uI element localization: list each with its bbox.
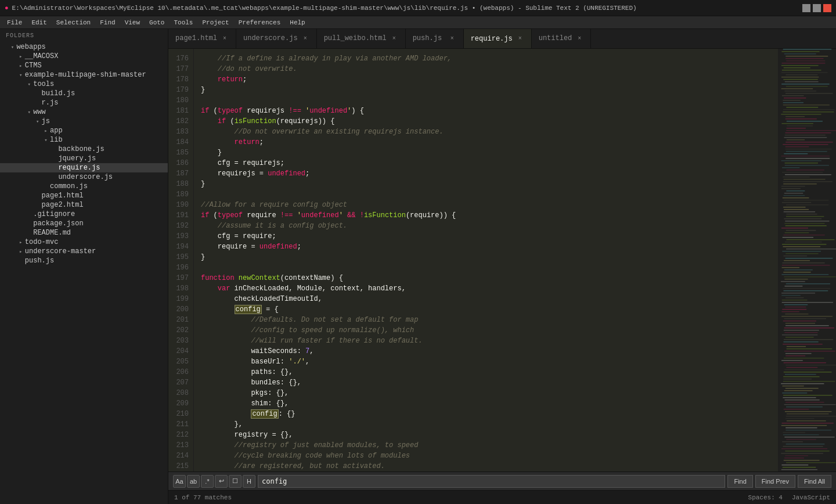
tree-item-tools[interactable]: ▾tools xyxy=(0,80,168,89)
minimize-button[interactable] xyxy=(802,4,810,12)
tab-close-icon[interactable]: × xyxy=(516,35,524,43)
find-highlight-btn[interactable]: H xyxy=(243,475,255,488)
tab-close-icon[interactable]: × xyxy=(575,34,583,42)
tree-item-www[interactable]: ▾www xyxy=(0,107,168,117)
find-all-button[interactable]: Find All xyxy=(798,475,831,488)
find-bar: Aa ab .* ↩ ☐ H config Find Find Prev Fin… xyxy=(168,471,836,490)
code-line: } xyxy=(201,252,773,262)
find-regex-btn[interactable]: .* xyxy=(201,475,214,488)
code-line: bundles: {}, xyxy=(201,377,773,388)
line-number: 198 xyxy=(173,283,189,294)
line-number: 178 xyxy=(173,74,189,85)
line-number: 203 xyxy=(173,336,189,346)
line-number: 180 xyxy=(173,95,189,106)
tab-page1-html[interactable]: page1.html × xyxy=(168,29,236,48)
code-line: //do not overwrite. xyxy=(201,64,773,74)
line-number: 188 xyxy=(173,179,189,189)
find-wrap-btn[interactable]: ↩ xyxy=(215,475,228,488)
code-line: config: {} xyxy=(201,409,773,419)
menu-edit[interactable]: Edit xyxy=(27,18,51,27)
tree-item-js[interactable]: ▾js xyxy=(0,117,168,126)
tab-close-icon[interactable]: × xyxy=(448,34,456,42)
code-editor[interactable]: 1761771781791801811821831841851861871881… xyxy=(168,49,778,471)
language-indicator: JavaScript xyxy=(792,494,830,501)
tab-close-icon[interactable]: × xyxy=(301,34,309,42)
code-line: return; xyxy=(201,74,773,85)
line-number: 211 xyxy=(173,419,189,430)
tree-item-pushjs[interactable]: push.js xyxy=(0,256,168,265)
tree-item-todomvc[interactable]: ▸todo-mvc xyxy=(0,237,168,247)
tree-item-app[interactable]: ▸app xyxy=(0,126,168,135)
menu-file[interactable]: File xyxy=(2,18,27,27)
tree-item-requirejs[interactable]: require.js xyxy=(0,163,168,172)
find-input[interactable]: config xyxy=(258,475,725,488)
tree-item-ctms[interactable]: ▸CTMS xyxy=(0,61,168,70)
line-number: 191 xyxy=(173,210,189,221)
tree-item-readmemd[interactable]: README.md xyxy=(0,228,168,237)
tree-item-lib[interactable]: ▾lib xyxy=(0,135,168,145)
menu-view[interactable]: View xyxy=(120,18,145,27)
tab-label: underscore.js xyxy=(243,34,298,42)
tree-item-underscorejs[interactable]: underscore.js xyxy=(0,172,168,182)
tree-item-commonjs[interactable]: common.js xyxy=(0,182,168,191)
find-word-btn[interactable]: ab xyxy=(187,475,200,488)
code-line: waitSeconds: 7, xyxy=(201,346,773,357)
menu-project[interactable]: Project xyxy=(197,18,233,27)
find-button[interactable]: Find xyxy=(727,475,752,488)
tab-pull-weibo-html[interactable]: pull_weibo.html × xyxy=(317,29,406,48)
line-number: 176 xyxy=(173,53,189,64)
find-prev-button[interactable]: Find Prev xyxy=(755,475,795,488)
line-number: 214 xyxy=(173,451,189,461)
tree-item-example[interactable]: ▾example-multipage-shim-master xyxy=(0,70,168,80)
code-line: //Defaults. Do not set a default for map xyxy=(201,315,773,325)
close-button[interactable] xyxy=(823,4,831,12)
line-number: 205 xyxy=(173,357,189,367)
tab-label: page1.html xyxy=(175,34,217,42)
line-number: 213 xyxy=(173,440,189,451)
status-bar: 1 of 77 matches Spaces: 4 JavaScript xyxy=(168,490,836,504)
tree-item-page1html[interactable]: page1.html xyxy=(0,191,168,200)
code-line: shim: {}, xyxy=(201,398,773,409)
tree-item-page2html[interactable]: page2.html xyxy=(0,200,168,210)
tab-require-js[interactable]: require.js × xyxy=(464,29,532,48)
tab-push-js[interactable]: push.js × xyxy=(406,29,464,48)
tab-close-icon[interactable]: × xyxy=(390,34,398,42)
tree-item-backbonejs[interactable]: backbone.js xyxy=(0,145,168,154)
tree-item-rjs[interactable]: r.js xyxy=(0,98,168,107)
title-text: E:\Administrator\Workspaces\MyEclipse 10… xyxy=(12,5,802,12)
tree-item-underscoremvc[interactable]: ▸underscore-master xyxy=(0,247,168,256)
code-line: if (typeof require !== 'undefined' && !i… xyxy=(201,210,773,221)
tree-item-__macosx[interactable]: ▸__MACOSX xyxy=(0,52,168,61)
line-number: 183 xyxy=(173,127,189,137)
tree-item-jqueryjs[interactable]: jquery.js xyxy=(0,154,168,163)
line-number: 208 xyxy=(173,388,189,398)
tab-untitled[interactable]: untitled × xyxy=(532,29,592,48)
code-line: require = undefined; xyxy=(201,242,773,252)
tree-item-packagejson[interactable]: package.json xyxy=(0,219,168,228)
tree-item-gitignore[interactable]: .gitignore xyxy=(0,210,168,219)
code-content[interactable]: //If a define is already in play via ano… xyxy=(194,49,778,471)
menu-help[interactable]: Help xyxy=(285,18,309,27)
menu-preferences[interactable]: Preferences xyxy=(234,18,286,27)
tab-close-icon[interactable]: × xyxy=(221,34,229,42)
maximize-button[interactable] xyxy=(813,4,821,12)
code-line: //will run faster if there is no default… xyxy=(201,336,773,346)
line-number: 206 xyxy=(173,367,189,377)
tree-item-buildjs[interactable]: build.js xyxy=(0,89,168,98)
arrow-icon: ▸ xyxy=(17,63,25,69)
tab-underscore-js[interactable]: underscore.js × xyxy=(236,29,317,48)
menu-tools[interactable]: Tools xyxy=(169,18,197,27)
find-context-btn[interactable]: ☐ xyxy=(229,475,242,488)
editor-area: page1.html × underscore.js × pull_weibo.… xyxy=(168,29,836,504)
menu-find[interactable]: Find xyxy=(95,18,120,27)
code-line: requirejs = undefined; xyxy=(201,168,773,179)
line-number: 215 xyxy=(173,461,189,471)
line-number: 212 xyxy=(173,430,189,440)
code-line: baseUrl: './', xyxy=(201,357,773,367)
tree-item-webapps[interactable]: ▾webapps xyxy=(0,42,168,52)
code-line: return; xyxy=(201,137,773,147)
code-line: }, xyxy=(201,419,773,430)
menu-selection[interactable]: Selection xyxy=(52,18,95,27)
menu-goto[interactable]: Goto xyxy=(145,18,169,27)
find-case-btn[interactable]: Aa xyxy=(173,475,186,488)
